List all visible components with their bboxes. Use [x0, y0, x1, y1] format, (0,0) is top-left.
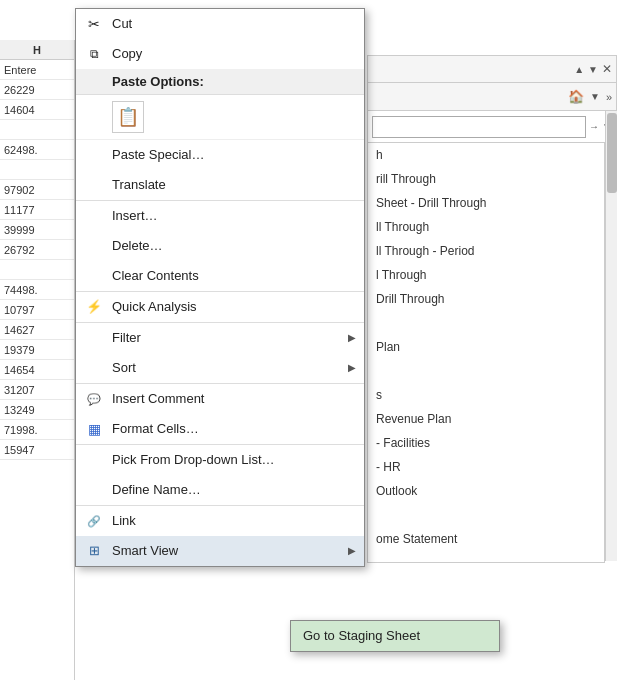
spreadsheet-cells: H Entere 26229 14604 62498. 97902 11177 … [0, 40, 75, 680]
panel-list: h rill Through Sheet - Drill Through ll … [367, 143, 605, 563]
dropdown-arrow-icon[interactable]: ▼ [590, 91, 600, 102]
home-icon[interactable]: 🏠 [568, 89, 584, 104]
cut-label: Cut [112, 14, 132, 34]
second-toolbar: 🏠 ▼ » [367, 83, 617, 111]
cell-7[interactable]: 11177 [0, 200, 74, 220]
up-arrow-icon[interactable]: ▲ [574, 64, 584, 75]
clear-contents-label: Clear Contents [112, 266, 199, 286]
panel-search-input[interactable] [372, 116, 586, 138]
right-panel-scrollbar[interactable] [605, 111, 617, 561]
search-arrow-icon[interactable]: → [589, 121, 599, 132]
cell-13[interactable]: 14627 [0, 320, 74, 340]
panel-item-2[interactable]: Sheet - Drill Through [368, 191, 604, 215]
cell-8[interactable]: 39999 [0, 220, 74, 240]
menu-item-link[interactable]: 🔗 Link [76, 505, 364, 536]
panel-item-16[interactable]: ome Statement [368, 527, 604, 551]
filter-arrow-icon: ▶ [348, 328, 356, 348]
cell-18[interactable]: 71998. [0, 420, 74, 440]
translate-label: Translate [112, 175, 166, 195]
menu-item-quick-analysis[interactable]: ⚡ Quick Analysis [76, 291, 364, 322]
comment-icon: 💬 [84, 389, 104, 409]
cell-5[interactable] [0, 160, 74, 180]
delete-label: Delete… [112, 236, 163, 256]
menu-item-insert-comment[interactable]: 💬 Insert Comment [76, 383, 364, 414]
paste-clipboard-icon: 📋 [117, 106, 139, 128]
pick-dropdown-label: Pick From Drop-down List… [112, 450, 275, 470]
submenu-item-go-to-staging[interactable]: Go to Staging Sheet [291, 621, 499, 651]
menu-item-copy[interactable]: ⧉ Copy [76, 39, 364, 69]
cell-0[interactable]: Entere [0, 60, 74, 80]
panel-item-6[interactable]: Drill Through [368, 287, 604, 311]
menu-item-smart-view[interactable]: ⊞ Smart View ▶ [76, 536, 364, 566]
insert-label: Insert… [112, 206, 158, 226]
cell-6[interactable]: 97902 [0, 180, 74, 200]
cell-12[interactable]: 10797 [0, 300, 74, 320]
smart-view-label: Smart View [112, 541, 178, 561]
define-name-label: Define Name… [112, 480, 201, 500]
menu-item-filter[interactable]: Filter ▶ [76, 322, 364, 353]
cell-2[interactable]: 14604 [0, 100, 74, 120]
menu-item-pick-dropdown[interactable]: Pick From Drop-down List… [76, 444, 364, 475]
smart-view-arrow-icon: ▶ [348, 541, 356, 561]
menu-item-clear-contents[interactable]: Clear Contents [76, 261, 364, 291]
cell-14[interactable]: 19379 [0, 340, 74, 360]
smart-view-icon: ⊞ [84, 541, 104, 561]
cell-10[interactable] [0, 260, 74, 280]
column-header: H [0, 40, 74, 60]
copy-label: Copy [112, 44, 142, 64]
panel-item-5[interactable]: l Through [368, 263, 604, 287]
cut-icon: ✂ [84, 14, 104, 34]
close-icon[interactable]: ✕ [602, 62, 612, 76]
sort-label: Sort [112, 358, 136, 378]
panel-item-11[interactable]: Revenue Plan [368, 407, 604, 431]
menu-item-translate[interactable]: Translate [76, 170, 364, 200]
paste-icons-row: 📋 [76, 95, 364, 140]
go-to-staging-label: Go to Staging Sheet [303, 626, 420, 646]
panel-item-10[interactable]: s [368, 383, 604, 407]
insert-comment-label: Insert Comment [112, 389, 204, 409]
panel-item-1[interactable]: rill Through [368, 167, 604, 191]
format-cells-icon: ▦ [84, 419, 104, 439]
menu-item-delete[interactable]: Delete… [76, 231, 364, 261]
smart-view-submenu: Go to Staging Sheet [290, 620, 500, 652]
cell-16[interactable]: 31207 [0, 380, 74, 400]
format-cells-label: Format Cells… [112, 419, 199, 439]
menu-item-cut[interactable]: ✂ Cut [76, 9, 364, 39]
context-menu: ✂ Cut ⧉ Copy Paste Options: 📋 Paste Spec… [75, 8, 365, 567]
panel-item-12[interactable]: - Facilities [368, 431, 604, 455]
menu-item-paste-special[interactable]: Paste Special… [76, 140, 364, 170]
cell-1[interactable]: 26229 [0, 80, 74, 100]
menu-item-define-name[interactable]: Define Name… [76, 475, 364, 505]
panel-item-9[interactable] [368, 359, 604, 383]
panel-item-8[interactable]: Plan [368, 335, 604, 359]
paste-options-label: Paste Options: [112, 74, 204, 89]
cell-4[interactable]: 62498. [0, 140, 74, 160]
more-icon[interactable]: » [606, 91, 612, 103]
cell-9[interactable]: 26792 [0, 240, 74, 260]
link-icon: 🔗 [84, 511, 104, 531]
menu-item-format-cells[interactable]: ▦ Format Cells… [76, 414, 364, 444]
panel-item-15[interactable] [368, 503, 604, 527]
panel-item-0[interactable]: h [368, 143, 604, 167]
quick-analysis-label: Quick Analysis [112, 297, 197, 317]
menu-item-insert[interactable]: Insert… [76, 200, 364, 231]
cell-3[interactable] [0, 120, 74, 140]
paste-icon-button[interactable]: 📋 [112, 101, 144, 133]
panel-search-bar: → ▼ [367, 111, 617, 143]
menu-item-sort[interactable]: Sort ▶ [76, 353, 364, 383]
scrollbar-thumb[interactable] [607, 113, 617, 193]
panel-item-7[interactable] [368, 311, 604, 335]
paste-options-header: Paste Options: [76, 69, 364, 95]
link-label: Link [112, 511, 136, 531]
cell-17[interactable]: 13249 [0, 400, 74, 420]
sort-arrow-icon: ▶ [348, 358, 356, 378]
cell-15[interactable]: 14654 [0, 360, 74, 380]
panel-item-14[interactable]: Outlook [368, 479, 604, 503]
panel-item-3[interactable]: ll Through [368, 215, 604, 239]
cell-11[interactable]: 74498. [0, 280, 74, 300]
panel-item-13[interactable]: - HR [368, 455, 604, 479]
panel-item-4[interactable]: ll Through - Period [368, 239, 604, 263]
cell-19[interactable]: 15947 [0, 440, 74, 460]
down-arrow-icon[interactable]: ▼ [588, 64, 598, 75]
paste-special-label: Paste Special… [112, 145, 205, 165]
